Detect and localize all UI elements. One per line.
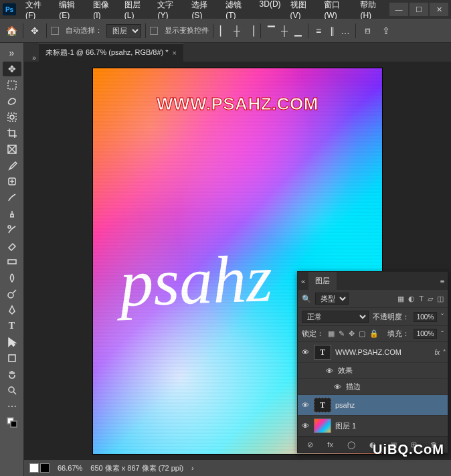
layer-effect-item[interactable]: 👁 描边 [298, 379, 448, 395]
filter-shape-icon[interactable]: ▱ [428, 295, 433, 303]
visibility-icon[interactable]: 👁 [300, 422, 310, 430]
status-bar: 66.67% 650 像素 x 867 像素 (72 ppi) › [24, 460, 451, 476]
gradient-tool[interactable] [3, 254, 21, 269]
dodge-tool[interactable] [3, 287, 21, 301]
align-left-icon[interactable]: ▏ [217, 23, 230, 38]
edit-toolbar-icon[interactable]: ⋯ [3, 399, 21, 414]
svg-rect-1 [8, 113, 16, 121]
svg-line-12 [13, 290, 16, 293]
fg-color-swatch[interactable] [29, 463, 39, 473]
app-logo: Ps [3, 3, 16, 15]
window-max-icon[interactable]: ☐ [410, 3, 428, 16]
lock-pixels-icon[interactable]: ▦ [328, 329, 335, 338]
filter-pixel-icon[interactable]: ▦ [397, 295, 404, 303]
lock-brush-icon[interactable]: ✎ [339, 329, 345, 338]
document-info: 650 像素 x 867 像素 (72 ppi) [90, 463, 183, 473]
align-right-icon[interactable]: ▕ [244, 23, 256, 38]
eraser-tool[interactable] [3, 238, 21, 253]
document-tab[interactable]: 未标题-1 @ 66.7% (psahz, RGB/8#) * × [39, 43, 183, 62]
visibility-icon[interactable]: 👁 [325, 367, 334, 375]
visibility-icon[interactable]: 👁 [333, 383, 342, 391]
bg-color-swatch[interactable] [40, 463, 50, 473]
layer-mask-icon[interactable]: ◯ [347, 441, 355, 449]
pen-tool[interactable] [3, 303, 21, 317]
filter-smart-icon[interactable]: ◫ [437, 295, 444, 303]
visibility-icon[interactable]: 👁 [300, 401, 310, 409]
canvas-text-psahz: psahz [118, 240, 274, 322]
crop-tool[interactable] [3, 126, 21, 141]
more-align-icon[interactable]: … [339, 23, 351, 38]
layer-item[interactable]: 👁 图层 1 [298, 416, 448, 437]
share-icon[interactable]: ⇪ [379, 23, 393, 38]
type-tool[interactable]: T [3, 319, 21, 333]
distribute-v-icon[interactable]: ∥ [326, 23, 338, 38]
layer-name[interactable]: psahz [335, 401, 355, 409]
opacity-chevron-icon[interactable]: ˇ [441, 313, 444, 321]
move-tool[interactable]: ✥ [3, 62, 21, 76]
lock-position-icon[interactable]: ✥ [349, 329, 355, 338]
layer-effects-header[interactable]: 👁 效果 [298, 363, 448, 379]
auto-select-target[interactable]: 图层 [106, 24, 141, 37]
lasso-tool[interactable] [3, 94, 21, 108]
distribute-h-icon[interactable]: ≡ [312, 23, 325, 38]
lock-artboard-icon[interactable]: ▢ [359, 329, 365, 338]
opacity-value[interactable]: 100% [414, 312, 438, 322]
healing-tool[interactable] [3, 174, 21, 189]
shape-tool[interactable] [3, 351, 21, 366]
panel-collapse-icon[interactable]: « [298, 277, 308, 285]
collapse-panels-icon[interactable]: » [29, 54, 39, 62]
zoom-tool[interactable] [3, 383, 21, 398]
layers-panel-title[interactable]: 图层 [308, 272, 337, 290]
panel-menu-icon[interactable]: ≡ [437, 277, 448, 285]
svg-point-14 [9, 387, 14, 392]
eyedropper-tool[interactable] [3, 158, 21, 173]
info-chevron-icon[interactable]: › [191, 464, 194, 472]
window-min-icon[interactable]: — [389, 3, 408, 16]
home-icon[interactable]: 🏠 [4, 23, 19, 38]
window-close-icon[interactable]: ✕ [430, 3, 448, 16]
align-center-v-icon[interactable]: ┼ [278, 23, 290, 38]
stamp-tool[interactable] [3, 206, 21, 221]
hand-tool[interactable] [3, 367, 21, 382]
blend-mode-select[interactable]: 正常 [302, 311, 369, 323]
close-tab-icon[interactable]: × [173, 49, 177, 57]
color-swatches[interactable] [3, 415, 21, 430]
align-center-h-icon[interactable]: ┼ [231, 23, 243, 38]
quick-select-tool[interactable] [3, 110, 21, 125]
link-layers-icon[interactable]: ⊘ [307, 441, 313, 449]
collapse-icon[interactable]: » [3, 46, 21, 60]
fill-value[interactable]: 100% [414, 329, 438, 339]
layer-name[interactable]: WWW.PSAHZ.COM [335, 348, 401, 356]
opacity-label: 不透明度： [373, 312, 410, 322]
3d-mode-icon[interactable]: ⧈ [360, 23, 375, 38]
layer-fx-badge[interactable]: fx ˄ [434, 349, 445, 356]
marquee-tool[interactable] [3, 78, 21, 92]
svg-point-11 [8, 293, 13, 298]
history-brush-tool[interactable] [3, 222, 21, 237]
align-top-icon[interactable]: ▔ [265, 23, 277, 38]
show-transform-checkbox[interactable] [150, 27, 158, 35]
layer-item[interactable]: 👁 T psahz [298, 395, 448, 416]
fill-label: 填充： [387, 329, 410, 339]
align-bottom-icon[interactable]: ▁ [292, 23, 304, 38]
filter-adjust-icon[interactable]: ◐ [408, 295, 415, 303]
layer-style-icon[interactable]: fx [327, 441, 333, 449]
brush-tool[interactable] [3, 190, 21, 205]
zoom-level[interactable]: 66.67% [58, 464, 82, 472]
visibility-icon[interactable]: 👁 [300, 348, 310, 356]
layer-filter-select[interactable]: 类型 [315, 293, 349, 305]
move-tool-icon[interactable]: ✥ [27, 23, 42, 38]
layer-name[interactable]: 图层 1 [335, 421, 356, 431]
blur-tool[interactable] [3, 270, 21, 285]
tab-title: 未标题-1 @ 66.7% (psahz, RGB/8#) * [46, 48, 169, 58]
fill-chevron-icon[interactable]: ˇ [441, 330, 444, 338]
lock-all-icon[interactable]: 🔒 [369, 329, 379, 338]
layer-item[interactable]: 👁 T WWW.PSAHZ.COM fx ˄ [298, 342, 448, 363]
document-tabs: » 未标题-1 @ 66.7% (psahz, RGB/8#) * × [24, 43, 451, 62]
path-select-tool[interactable] [3, 335, 21, 349]
frame-tool[interactable] [3, 142, 21, 157]
filter-type-icon[interactable]: T [419, 295, 424, 303]
layers-panel[interactable]: « 图层 ≡ 🔍 类型 ▦ ◐ T ▱ ◫ 正常 不透明度： 100% ˇ 锁定… [297, 271, 448, 453]
svg-point-2 [10, 115, 14, 119]
auto-select-checkbox[interactable] [51, 27, 59, 35]
